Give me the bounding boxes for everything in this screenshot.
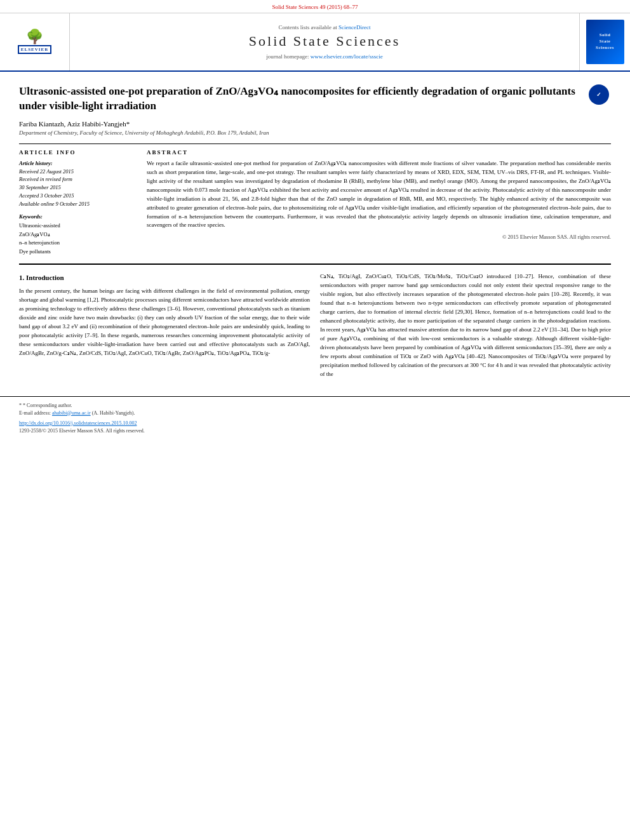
elsevier-tree-icon: 🌳: [26, 30, 43, 44]
footer-email: E-mail address: ahabibi@uma.ac.ir (A. Ha…: [19, 410, 611, 417]
page-footer: * * Corresponding author. E-mail address…: [0, 396, 630, 439]
article-divider: [19, 143, 611, 144]
available-date: Available online 9 October 2015: [19, 200, 137, 208]
keyword-4: Dye pollutants: [19, 248, 137, 257]
copyright-line: © 2015 Elsevier Masson SAS. All rights r…: [147, 234, 611, 240]
keyword-3: n–n heterojunction: [19, 239, 137, 248]
crossmark-badge: ✓: [589, 84, 611, 107]
homepage-line: journal homepage: www.elsevier.com/locat…: [266, 53, 382, 60]
keyword-1: Ultrasonic-assisted: [19, 222, 137, 230]
elsevier-logo-box: 🌳 ELSEVIER: [10, 25, 60, 60]
email-label: E-mail address:: [19, 410, 51, 416]
introduction-right: C₃N₄, TiO₂/AgI, ZnO/Cu₂O, TiO₂/CdS, TiO₂…: [320, 272, 611, 378]
accepted-date: Accepted 3 October 2015: [19, 192, 137, 200]
journal-header: 🌳 ELSEVIER Contents lists available at S…: [0, 13, 630, 72]
article-history: Article history: Received 22 August 2015…: [19, 159, 137, 208]
abstract-col: ABSTRACT We report a facile ultrasonic-a…: [147, 149, 611, 256]
revised-date: 30 September 2015: [19, 183, 137, 192]
sciencedirect-label: Contents lists available at ScienceDirec…: [279, 24, 371, 30]
abstract-text: We report a facile ultrasonic-assisted o…: [147, 159, 611, 230]
article-affiliation: Department of Chemistry, Faculty of Scie…: [19, 130, 611, 136]
elsevier-text: ELSEVIER: [18, 45, 51, 54]
keyword-2: ZnO/Ag₃VO₄: [19, 230, 137, 239]
title-section: Ultrasonic-assisted one-pot preparation …: [19, 84, 611, 114]
introduction-section: 1. Introduction In the present century, …: [19, 272, 611, 378]
elsevier-logo-section: 🌳 ELSEVIER: [0, 13, 70, 70]
revised-label: Received in revised form: [19, 175, 137, 183]
journal-ref-text: Solid State Sciences 49 (2015) 68–77: [272, 4, 358, 10]
article-info-heading: ARTICLE INFO: [19, 149, 137, 156]
intro-heading: 1. Introduction: [19, 272, 310, 283]
keywords-block: Keywords: Ultrasonic-assisted ZnO/Ag₃VO₄…: [19, 213, 137, 256]
article-authors: Fariba Kiantazh, Aziz Habibi-Yangjeh*: [19, 120, 611, 128]
footer-doi: http://dx.doi.org/10.1016/j.solidstatesc…: [19, 420, 611, 427]
header-center: Contents lists available at ScienceDirec…: [70, 13, 579, 70]
article-info-col: ARTICLE INFO Article history: Received 2…: [19, 149, 137, 256]
abstract-heading: ABSTRACT: [147, 149, 611, 156]
footer-corresponding: * * Corresponding author.: [19, 402, 611, 410]
doi-link[interactable]: http://dx.doi.org/10.1016/j.solidstatesc…: [19, 420, 137, 426]
corresponding-label: * Corresponding author.: [23, 403, 72, 408]
article-info-abstract: ARTICLE INFO Article history: Received 2…: [19, 149, 611, 256]
intro-left-text: In the present century, the human beings…: [19, 287, 310, 358]
intro-right-text: C₃N₄, TiO₂/AgI, ZnO/Cu₂O, TiO₂/CdS, TiO₂…: [320, 272, 611, 378]
intro-title: Introduction: [26, 274, 64, 281]
keywords-label: Keywords:: [19, 213, 43, 220]
journal-name: Solid State Sciences: [249, 33, 400, 50]
journal-ref-bar: Solid State Sciences 49 (2015) 68–77: [0, 0, 630, 13]
journal-right-logo: Solid State Sciences: [579, 13, 630, 70]
article-content: Ultrasonic-assisted one-pot preparation …: [0, 72, 630, 389]
received-date: Received 22 August 2015: [19, 168, 137, 176]
intro-number: 1.: [19, 274, 24, 281]
email-link[interactable]: ahabibi@uma.ac.ir: [52, 410, 91, 416]
body-divider: [19, 263, 611, 265]
history-label: Article history:: [19, 160, 53, 166]
article-title: Ultrasonic-assisted one-pot preparation …: [19, 84, 582, 114]
introduction-left: 1. Introduction In the present century, …: [19, 272, 310, 378]
journal-mini-logo-box: Solid State Sciences: [586, 20, 624, 64]
email-suffix: (A. Habibi-Yangjeh).: [92, 410, 135, 416]
homepage-link[interactable]: www.elsevier.com/locate/ssscie: [311, 53, 383, 60]
crossmark-icon: ✓: [589, 84, 609, 105]
sciencedirect-link[interactable]: ScienceDirect: [338, 24, 370, 30]
footer-issn: 1293-2558/© 2015 Elsevier Masson SAS. Al…: [19, 427, 611, 435]
